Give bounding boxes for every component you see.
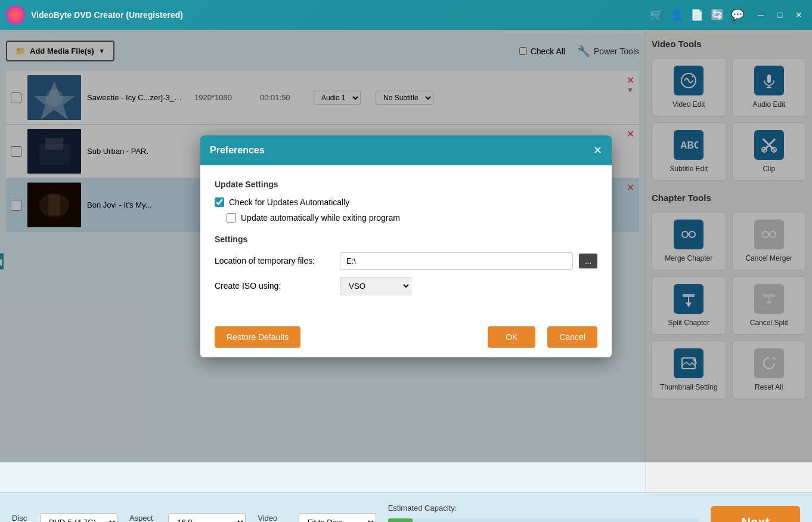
capacity-label: Estimated Capacity: xyxy=(388,504,457,512)
aspect-ratio-section: Aspect Ratio: 16:9 4:3 xyxy=(129,513,246,522)
capacity-bar xyxy=(388,518,699,523)
titlebar: VideoByte DVD Creator (Unregistered) 🛒 👤… xyxy=(0,0,812,30)
app-logo xyxy=(6,5,25,24)
preferences-modal: Preferences ✕ Update Settings Check for … xyxy=(200,135,612,357)
update-settings-heading: Update Settings xyxy=(215,180,597,189)
modal-body: Update Settings Check for Updates Automa… xyxy=(200,165,612,317)
ok-button[interactable]: OK xyxy=(488,326,535,348)
location-input[interactable] xyxy=(340,252,573,270)
update-icon[interactable]: 🔄 xyxy=(711,8,724,21)
iso-label: Create ISO using: xyxy=(215,281,334,291)
iso-row: Create ISO using: VSO ImgBurn xyxy=(215,277,597,295)
video-quality-section: Video Quality: Fit to Disc High Medium L… xyxy=(258,513,376,522)
check-updates-row: Check for Updates Automatically xyxy=(215,197,597,207)
next-button[interactable]: Next xyxy=(711,506,800,523)
aspect-ratio-label: Aspect Ratio: xyxy=(129,514,162,523)
check-updates-checkbox[interactable] xyxy=(215,197,224,207)
browse-button[interactable]: ... xyxy=(579,254,597,268)
modal-right-buttons: OK Cancel xyxy=(488,326,597,348)
auto-update-row: Update automatically while exiting progr… xyxy=(215,213,597,223)
close-button[interactable]: ✕ xyxy=(792,8,806,22)
check-updates-label: Check for Updates Automatically xyxy=(229,197,349,207)
file-icon[interactable]: 📄 xyxy=(690,8,703,21)
settings-heading: Settings xyxy=(215,234,597,244)
disc-type-section: Disc Type DVD-5 (4.7G) DVD-9 (8.5G) BD-2… xyxy=(12,513,117,522)
iso-select[interactable]: VSO ImgBurn xyxy=(340,277,411,295)
cart-icon[interactable]: 🛒 xyxy=(650,8,663,21)
modal-header: Preferences ✕ xyxy=(200,135,612,165)
user-icon[interactable]: 👤 xyxy=(670,8,683,21)
aspect-ratio-select[interactable]: 16:9 4:3 xyxy=(168,513,246,522)
chat-icon[interactable]: 💬 xyxy=(731,8,744,21)
maximize-button[interactable]: □ xyxy=(773,8,787,22)
disc-type-select[interactable]: DVD-5 (4.7G) DVD-9 (8.5G) BD-25 BD-50 xyxy=(40,513,117,522)
capacity-section: Estimated Capacity: 1GB 1.5GB 2GB 2.5GB … xyxy=(388,504,699,523)
settings-section: Settings Location of temporary files: ..… xyxy=(215,234,597,295)
window-controls: ─ □ ✕ xyxy=(754,8,806,22)
app-title: VideoByte DVD Creator (Unregistered) xyxy=(31,10,650,20)
cancel-button[interactable]: Cancel xyxy=(547,326,597,348)
auto-update-label: Update automatically while exiting progr… xyxy=(241,213,400,223)
capacity-fill xyxy=(388,518,413,523)
minimize-button[interactable]: ─ xyxy=(754,8,768,22)
modal-footer: Restore Defaults OK Cancel xyxy=(200,317,612,357)
titlebar-icons: 🛒 👤 📄 🔄 💬 xyxy=(650,8,744,21)
restore-defaults-button[interactable]: Restore Defaults xyxy=(215,326,300,348)
location-row: Location of temporary files: ... xyxy=(215,252,597,270)
location-label: Location of temporary files: xyxy=(215,256,334,265)
auto-update-checkbox[interactable] xyxy=(227,213,236,223)
bottom-bar: Disc Type DVD-5 (4.7G) DVD-9 (8.5G) BD-2… xyxy=(0,492,812,522)
disc-type-label: Disc Type xyxy=(12,514,34,523)
video-quality-label: Video Quality: xyxy=(258,514,292,523)
video-quality-select[interactable]: Fit to Disc High Medium Low xyxy=(299,513,376,522)
modal-close-button[interactable]: ✕ xyxy=(593,144,602,157)
modal-overlay: Preferences ✕ Update Settings Check for … xyxy=(0,30,812,462)
modal-title: Preferences xyxy=(210,145,265,156)
